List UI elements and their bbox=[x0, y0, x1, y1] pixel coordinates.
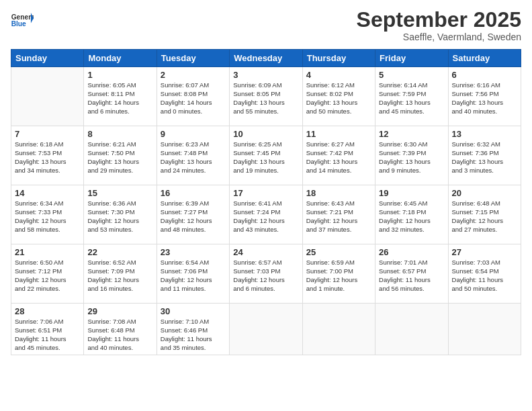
calendar-week-row: 1Sunrise: 6:05 AM Sunset: 8:11 PM Daylig… bbox=[11, 67, 521, 126]
day-info: Sunrise: 6:52 AM Sunset: 7:09 PM Dayligh… bbox=[87, 259, 152, 293]
calendar-cell: 19Sunrise: 6:45 AM Sunset: 7:18 PM Dayli… bbox=[375, 185, 448, 244]
header-day: Wednesday bbox=[230, 50, 302, 67]
day-info: Sunrise: 6:59 AM Sunset: 7:00 PM Dayligh… bbox=[306, 259, 371, 293]
day-number: 11 bbox=[306, 129, 371, 139]
calendar-cell: 26Sunrise: 7:01 AM Sunset: 6:57 PM Dayli… bbox=[375, 244, 448, 304]
subtitle: Saeffle, Vaermland, Sweden bbox=[357, 32, 521, 42]
day-number: 1 bbox=[87, 70, 152, 80]
day-info: Sunrise: 6:50 AM Sunset: 7:12 PM Dayligh… bbox=[15, 259, 80, 293]
calendar-cell: 21Sunrise: 6:50 AM Sunset: 7:12 PM Dayli… bbox=[11, 244, 84, 304]
calendar-cell: 18Sunrise: 6:43 AM Sunset: 7:21 PM Dayli… bbox=[302, 185, 375, 244]
calendar-cell: 9Sunrise: 6:23 AM Sunset: 7:48 PM Daylig… bbox=[157, 126, 229, 185]
calendar-cell: 1Sunrise: 6:05 AM Sunset: 8:11 PM Daylig… bbox=[84, 67, 157, 126]
day-info: Sunrise: 6:14 AM Sunset: 7:59 PM Dayligh… bbox=[379, 81, 444, 116]
day-info: Sunrise: 6:48 AM Sunset: 7:15 PM Dayligh… bbox=[452, 199, 517, 234]
calendar-week-row: 14Sunrise: 6:34 AM Sunset: 7:33 PM Dayli… bbox=[11, 185, 521, 244]
day-info: Sunrise: 6:07 AM Sunset: 8:08 PM Dayligh… bbox=[161, 81, 226, 116]
calendar-cell: 6Sunrise: 6:16 AM Sunset: 7:56 PM Daylig… bbox=[448, 67, 521, 126]
calendar-week-row: 7Sunrise: 6:18 AM Sunset: 7:53 PM Daylig… bbox=[11, 126, 521, 185]
header-day: Thursday bbox=[302, 50, 375, 67]
day-info: Sunrise: 6:21 AM Sunset: 7:50 PM Dayligh… bbox=[87, 140, 152, 175]
day-info: Sunrise: 6:18 AM Sunset: 7:53 PM Dayligh… bbox=[15, 140, 80, 175]
day-info: Sunrise: 6:57 AM Sunset: 7:03 PM Dayligh… bbox=[233, 259, 298, 293]
calendar-cell: 20Sunrise: 6:48 AM Sunset: 7:15 PM Dayli… bbox=[448, 185, 521, 244]
day-number: 3 bbox=[233, 70, 298, 80]
calendar-cell: 14Sunrise: 6:34 AM Sunset: 7:33 PM Dayli… bbox=[11, 185, 84, 244]
calendar-cell: 13Sunrise: 6:32 AM Sunset: 7:36 PM Dayli… bbox=[448, 126, 521, 185]
calendar-cell bbox=[375, 304, 448, 355]
day-number: 2 bbox=[161, 70, 226, 80]
day-info: Sunrise: 6:27 AM Sunset: 7:42 PM Dayligh… bbox=[306, 140, 371, 175]
day-info: Sunrise: 7:06 AM Sunset: 6:51 PM Dayligh… bbox=[15, 318, 80, 352]
calendar-cell: 28Sunrise: 7:06 AM Sunset: 6:51 PM Dayli… bbox=[11, 304, 84, 355]
header-day: Saturday bbox=[448, 50, 521, 67]
header-day: Sunday bbox=[11, 50, 84, 67]
header: General Blue September 2025 Saeffle, Vae… bbox=[11, 8, 521, 42]
day-info: Sunrise: 7:03 AM Sunset: 6:54 PM Dayligh… bbox=[452, 259, 517, 293]
header-row: SundayMondayTuesdayWednesdayThursdayFrid… bbox=[11, 50, 521, 67]
calendar-cell: 15Sunrise: 6:36 AM Sunset: 7:30 PM Dayli… bbox=[84, 185, 157, 244]
day-info: Sunrise: 6:05 AM Sunset: 8:11 PM Dayligh… bbox=[87, 81, 152, 116]
day-info: Sunrise: 6:41 AM Sunset: 7:24 PM Dayligh… bbox=[233, 199, 298, 234]
day-number: 22 bbox=[87, 247, 152, 257]
day-info: Sunrise: 7:08 AM Sunset: 6:48 PM Dayligh… bbox=[87, 318, 152, 352]
calendar-cell: 17Sunrise: 6:41 AM Sunset: 7:24 PM Dayli… bbox=[230, 185, 302, 244]
header-day: Monday bbox=[84, 50, 157, 67]
day-number: 5 bbox=[379, 70, 444, 80]
day-number: 24 bbox=[233, 247, 298, 257]
day-number: 6 bbox=[452, 70, 517, 80]
day-info: Sunrise: 6:45 AM Sunset: 7:18 PM Dayligh… bbox=[379, 199, 444, 234]
calendar-cell: 30Sunrise: 7:10 AM Sunset: 6:46 PM Dayli… bbox=[157, 304, 229, 355]
calendar-cell: 11Sunrise: 6:27 AM Sunset: 7:42 PM Dayli… bbox=[302, 126, 375, 185]
logo-svg: General Blue bbox=[11, 8, 34, 34]
day-number: 28 bbox=[15, 306, 80, 316]
calendar-cell bbox=[448, 304, 521, 355]
svg-text:Blue: Blue bbox=[11, 21, 26, 28]
day-number: 9 bbox=[161, 129, 226, 139]
calendar-cell: 24Sunrise: 6:57 AM Sunset: 7:03 PM Dayli… bbox=[230, 244, 302, 304]
calendar-cell: 23Sunrise: 6:54 AM Sunset: 7:06 PM Dayli… bbox=[157, 244, 229, 304]
calendar-week-row: 21Sunrise: 6:50 AM Sunset: 7:12 PM Dayli… bbox=[11, 244, 521, 304]
calendar-cell: 7Sunrise: 6:18 AM Sunset: 7:53 PM Daylig… bbox=[11, 126, 84, 185]
day-number: 29 bbox=[87, 306, 152, 316]
calendar-cell: 16Sunrise: 6:39 AM Sunset: 7:27 PM Dayli… bbox=[157, 185, 229, 244]
svg-text:General: General bbox=[11, 13, 34, 21]
calendar-cell: 2Sunrise: 6:07 AM Sunset: 8:08 PM Daylig… bbox=[157, 67, 229, 126]
calendar-cell bbox=[11, 67, 84, 126]
calendar-cell: 8Sunrise: 6:21 AM Sunset: 7:50 PM Daylig… bbox=[84, 126, 157, 185]
calendar-cell: 3Sunrise: 6:09 AM Sunset: 8:05 PM Daylig… bbox=[230, 67, 302, 126]
day-info: Sunrise: 6:23 AM Sunset: 7:48 PM Dayligh… bbox=[161, 140, 226, 175]
calendar-cell: 4Sunrise: 6:12 AM Sunset: 8:02 PM Daylig… bbox=[302, 67, 375, 126]
day-info: Sunrise: 6:16 AM Sunset: 7:56 PM Dayligh… bbox=[452, 81, 517, 116]
calendar-cell: 29Sunrise: 7:08 AM Sunset: 6:48 PM Dayli… bbox=[84, 304, 157, 355]
day-number: 7 bbox=[15, 129, 80, 139]
day-info: Sunrise: 6:09 AM Sunset: 8:05 PM Dayligh… bbox=[233, 81, 298, 116]
calendar-cell: 12Sunrise: 6:30 AM Sunset: 7:39 PM Dayli… bbox=[375, 126, 448, 185]
day-info: Sunrise: 6:39 AM Sunset: 7:27 PM Dayligh… bbox=[161, 199, 226, 234]
calendar-cell bbox=[230, 304, 302, 355]
day-info: Sunrise: 6:30 AM Sunset: 7:39 PM Dayligh… bbox=[379, 140, 444, 175]
day-info: Sunrise: 6:12 AM Sunset: 8:02 PM Dayligh… bbox=[306, 81, 371, 116]
day-info: Sunrise: 6:36 AM Sunset: 7:30 PM Dayligh… bbox=[87, 199, 152, 234]
day-number: 12 bbox=[379, 129, 444, 139]
logo: General Blue bbox=[11, 8, 34, 34]
day-info: Sunrise: 7:10 AM Sunset: 6:46 PM Dayligh… bbox=[161, 318, 226, 352]
day-number: 19 bbox=[379, 188, 444, 198]
day-info: Sunrise: 6:32 AM Sunset: 7:36 PM Dayligh… bbox=[452, 140, 517, 175]
day-number: 25 bbox=[306, 247, 371, 257]
calendar: SundayMondayTuesdayWednesdayThursdayFrid… bbox=[11, 49, 521, 355]
day-number: 16 bbox=[161, 188, 226, 198]
day-info: Sunrise: 6:25 AM Sunset: 7:45 PM Dayligh… bbox=[233, 140, 298, 175]
day-info: Sunrise: 6:34 AM Sunset: 7:33 PM Dayligh… bbox=[15, 199, 80, 234]
day-number: 27 bbox=[452, 247, 517, 257]
day-number: 21 bbox=[15, 247, 80, 257]
calendar-cell: 10Sunrise: 6:25 AM Sunset: 7:45 PM Dayli… bbox=[230, 126, 302, 185]
calendar-cell: 25Sunrise: 6:59 AM Sunset: 7:00 PM Dayli… bbox=[302, 244, 375, 304]
day-number: 26 bbox=[379, 247, 444, 257]
calendar-cell bbox=[302, 304, 375, 355]
calendar-cell: 5Sunrise: 6:14 AM Sunset: 7:59 PM Daylig… bbox=[375, 67, 448, 126]
day-number: 17 bbox=[233, 188, 298, 198]
day-number: 4 bbox=[306, 70, 371, 80]
calendar-body: 1Sunrise: 6:05 AM Sunset: 8:11 PM Daylig… bbox=[11, 67, 521, 355]
day-number: 13 bbox=[452, 129, 517, 139]
